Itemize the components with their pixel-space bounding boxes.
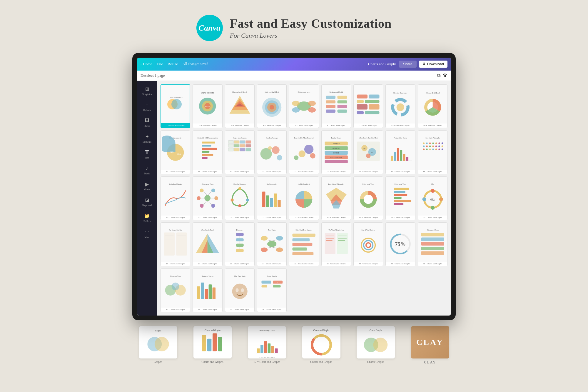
template-2[interactable]: Our Footprint BEEF 2 - Charts and Graphs <box>193 84 222 128</box>
template-26[interactable]: Cities need Trees 26 - Charts <box>385 176 415 220</box>
folders-icon: 📁 <box>144 213 150 219</box>
sidebar-item-templates[interactable]: ⊞ Templates <box>138 83 156 98</box>
svg-text:NL: NL <box>371 152 373 154</box>
template-40[interactable]: Gender Equality ♀ ♂ 40 - Charts <box>257 268 287 312</box>
template-38[interactable]: Number of Movies 38 - Charts <box>193 268 222 312</box>
template-11[interactable]: Worldwide WHY consumption 11 <box>193 130 222 174</box>
sidebar-item-videos[interactable]: ▶ Videos <box>138 179 156 193</box>
svg-rect-62 <box>240 144 245 147</box>
back-button[interactable]: ‹ Home <box>141 62 152 66</box>
svg-text:17 = Chart and Graphs: 17 = Chart and Graphs <box>259 356 275 358</box>
template-32[interactable]: Cities Need Trees Urgently 32 - Charts a… <box>289 222 319 266</box>
svg-text:Our Footprint: Our Footprint <box>201 91 214 94</box>
template-16[interactable]: Where People Travel the Most DE NL <box>353 130 383 174</box>
sidebar-item-folders[interactable]: 📁 Folders <box>138 210 156 225</box>
sidebar-item-background[interactable]: ◪ Bkground <box>138 194 156 209</box>
template-9[interactable]: Choose 2nd Hand 9 - Charts and Graphs <box>418 84 447 128</box>
template-18[interactable]: Zero Waste Philosophy <box>418 130 447 174</box>
toolbar-nav: File Resize All changes saved <box>157 62 208 66</box>
svg-rect-269 <box>275 348 278 353</box>
svg-rect-241 <box>213 287 216 299</box>
share-button[interactable]: Share <box>399 61 417 68</box>
svg-text:6Rs: 6Rs <box>430 198 435 201</box>
download-button[interactable]: ⬇ Download <box>419 61 447 68</box>
elements-icon: ✦ <box>144 133 150 140</box>
template-4-label: 4 - Charts and Graphs <box>257 124 286 128</box>
template-20[interactable]: Cities need Trees <box>193 176 222 220</box>
svg-rect-149 <box>266 196 269 207</box>
template-19[interactable]: United on Climate 19 - Charts and Graphs <box>161 176 190 220</box>
deselect-label[interactable]: Deselect 1 page <box>141 73 165 78</box>
bottom-item-17: Productivity Curve 17 = Chart and Graphs… <box>248 326 286 363</box>
template-1[interactable]: #SUSTAINABILITY 1 - Charts and Graphs <box>161 84 190 128</box>
svg-point-92 <box>366 154 371 158</box>
svg-point-76 <box>304 145 313 154</box>
template-36[interactable]: Cities need Trees 36 - Charts and Graphs <box>418 222 447 266</box>
text-icon: T <box>144 149 150 156</box>
template-3[interactable]: Hierarchy of Needs 3 - Charts and Graphs <box>225 84 255 128</box>
svg-rect-228 <box>421 238 444 241</box>
template-17-label: 17 - Charts and Graphs <box>386 170 415 174</box>
template-22[interactable]: My Personality 22 - Charts an <box>257 176 287 220</box>
template-28[interactable]: The Story of My Life <box>161 222 190 266</box>
delete-icon[interactable]: 🗑 <box>443 73 447 78</box>
sidebar-item-more[interactable]: ··· More <box>138 226 156 241</box>
template-21[interactable]: Circular Economy 21 - Charts and Graphs <box>225 176 255 220</box>
svg-rect-258 <box>202 335 206 351</box>
tablet-mockup: ‹ Home File Resize All changes saved Cha… <box>132 53 456 320</box>
sidebar-item-elements[interactable]: ✦ Elements <box>138 131 156 146</box>
template-27-label: 27 - Charts and Graphs <box>418 216 447 220</box>
svg-point-110 <box>441 143 443 144</box>
template-6[interactable]: Environmental Social <box>321 84 351 128</box>
uploads-icon: ↑ <box>144 101 150 108</box>
template-8[interactable]: Circular Economy 8 - Charts and Graphs <box>385 84 415 128</box>
svg-rect-178 <box>176 233 187 256</box>
canvas-area: #SUSTAINABILITY 1 - Charts and Graphs Ou… <box>157 81 451 316</box>
svg-point-17 <box>292 101 300 106</box>
svg-rect-266 <box>264 341 267 353</box>
svg-text:RELATIONSHIPS: RELATIONSHIPS <box>330 157 342 159</box>
template-27[interactable]: 6Rs 6Rs 27 - Charts and Graphs <box>418 176 447 220</box>
svg-rect-32 <box>357 100 364 103</box>
template-39[interactable]: Clay Face Mask 39 - Charts and Graphs <box>225 268 255 312</box>
svg-point-202 <box>276 248 283 252</box>
svg-rect-166 <box>394 197 402 199</box>
template-35[interactable]: 75% 35 - Charts and Graphs <box>385 222 415 266</box>
template-14[interactable]: Less Visible More Powerful 14 - Charts a… <box>289 130 319 174</box>
template-17[interactable]: Productivity Curve <box>385 130 415 174</box>
svg-point-114 <box>432 146 434 147</box>
template-37[interactable]: Cities need Trees 37 - Charts and Graphs <box>161 268 190 312</box>
template-30[interactable]: Discovery <box>225 222 255 266</box>
template-10[interactable]: Gender equality 35% 65% 10 - Charts and … <box>161 130 190 174</box>
left-sidebar: ⊞ Templates ↑ Uploads 🖼 Photos ✦ Element… <box>137 81 157 316</box>
template-15[interactable]: Family Nature FAMILY NATURE SPIRIT <box>321 130 351 174</box>
sidebar-item-photos[interactable]: 🖼 Photos <box>138 115 156 130</box>
svg-point-105 <box>426 143 427 144</box>
svg-text:Cities need Trees: Cities need Trees <box>170 275 181 277</box>
sidebar-item-music[interactable]: ♪ Music <box>138 163 156 177</box>
template-4[interactable]: Matryoshka Effect 4 - Charts and Graphs <box>257 84 287 128</box>
template-24[interactable]: Zero Waste Philosophy 24 - Charts and Gr… <box>321 176 351 220</box>
template-5[interactable]: Cities need trees 5 - Charts and Graphs <box>289 84 319 128</box>
template-13-label: 13 - Charts and Graphs <box>257 170 286 174</box>
sidebar-item-text[interactable]: T Text <box>138 147 156 161</box>
svg-rect-35 <box>369 104 380 109</box>
template-12[interactable]: Vegan Iron Sources <box>225 130 255 174</box>
copy-icon[interactable]: ⧉ <box>437 73 440 78</box>
template-31[interactable]: Zero Waste <box>257 222 287 266</box>
template-33[interactable]: The Worst Thing to Hear <box>321 222 351 266</box>
sidebar-item-uploads[interactable]: ↑ Uploads <box>138 99 156 114</box>
template-25[interactable]: Cities need Trees 25 - Charts and Graphs <box>353 176 383 220</box>
template-7[interactable]: 7 - Charts and Graphs <box>353 84 383 128</box>
template-13[interactable]: Good vs Average 13 - Charts and Graphs <box>257 130 287 174</box>
bottom-section: Graphs Graphs Charts and Graphs Charts a… <box>132 320 456 371</box>
resize-menu[interactable]: Resize <box>168 62 178 66</box>
svg-point-277 <box>373 338 387 352</box>
template-29[interactable]: Where People Travel 29 - Charts and Grap… <box>193 222 222 266</box>
template-34[interactable]: Start of Year Check-in 34 - Charts and G… <box>353 222 383 266</box>
file-menu[interactable]: File <box>157 62 163 66</box>
svg-rect-49 <box>202 142 215 144</box>
template-23[interactable]: My Diet Consists of 23 - Charts and Grap… <box>289 176 319 220</box>
template-8-label: 8 - Charts and Graphs <box>386 124 415 128</box>
svg-line-204 <box>272 240 277 241</box>
